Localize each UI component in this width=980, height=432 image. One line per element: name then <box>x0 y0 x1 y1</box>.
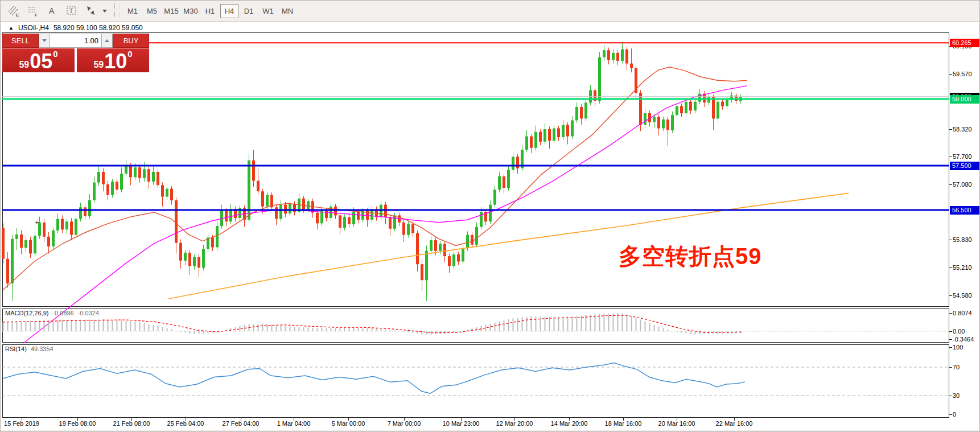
scale-tick <box>949 184 952 185</box>
sell-button[interactable]: SELL <box>2 34 39 48</box>
sell-price-int: 59 <box>19 59 29 71</box>
macd-scale-label: -0.3464 <box>953 336 974 343</box>
sell-price-point: 0 <box>53 50 57 58</box>
scale-tick <box>949 347 952 348</box>
scale-tick <box>949 157 952 157</box>
buy-price-point: 0 <box>127 50 132 58</box>
buy-button[interactable]: BUY <box>113 34 149 48</box>
time-axis-label: 20 Mar 16:00 <box>658 420 695 427</box>
trading-app-window: EFAT M1M5M15M30H1H4D1W1MN ▲ USOil-,H4 58… <box>0 0 980 432</box>
scale-tick <box>949 313 952 314</box>
buy-price-pips: 10 <box>104 52 127 71</box>
scale-tick <box>949 268 952 268</box>
scale-tick <box>949 367 952 368</box>
one-click-trading-panel: SELL 1.00 BUY 59 05 0 59 10 0 <box>2 34 149 72</box>
price-tick-label: 54.580 <box>953 292 972 299</box>
buy-price-tile[interactable]: 59 10 0 <box>77 48 149 72</box>
price-tick-label: 55.210 <box>953 264 972 271</box>
scale-tick <box>949 339 952 340</box>
main-chart-panel[interactable] <box>2 32 949 307</box>
time-axis-label: 14 Mar 20:00 <box>551 420 588 427</box>
chart-annotation-text: 多空转折点59 <box>619 241 762 272</box>
time-axis-label: 21 Feb 08:00 <box>113 420 150 427</box>
price-tick-label: 57.700 <box>953 153 972 160</box>
time-axis-label: 12 Mar 20:00 <box>496 420 533 427</box>
macd-panel[interactable] <box>2 308 949 343</box>
volume-decrease-button[interactable] <box>39 34 50 48</box>
price-tick-label: 57.080 <box>953 181 972 188</box>
sell-price-pips: 05 <box>30 52 52 71</box>
macd-scale-label: 0.00 <box>953 328 965 335</box>
price-badge: 59.000 <box>950 95 979 104</box>
price-tick-label: 55.830 <box>953 236 972 243</box>
scale-tick <box>949 396 952 396</box>
scale-tick <box>949 74 952 75</box>
time-axis-label: 1 Mar 04:00 <box>277 420 311 427</box>
time-axis-label: 19 Feb 08:00 <box>59 420 96 427</box>
time-axis-label: 25 Feb 04:00 <box>167 420 204 427</box>
rsi-indicator-label: RSI(14) 49.3354 <box>5 345 53 352</box>
macd-scale-label: 0.8074 <box>953 310 972 316</box>
price-tick-label: 58.320 <box>953 126 972 133</box>
sell-price-tile[interactable]: 59 05 0 <box>2 48 75 72</box>
price-tick-label: 59.570 <box>953 71 972 77</box>
rsi-value: 49.3354 <box>31 345 53 352</box>
time-axis-label: 7 Mar 00:00 <box>388 420 421 427</box>
time-axis-label: 15 Feb 2019 <box>4 420 39 427</box>
macd-signal-value: -0.0324 <box>78 310 99 316</box>
price-badge: 56.500 <box>950 206 979 215</box>
spinner-down-icon <box>42 39 47 42</box>
macd-indicator-label: MACD(12,26,9) -0.0896 -0.0324 <box>5 310 99 316</box>
time-axis-label: 5 Mar 00:00 <box>332 420 365 427</box>
scale-tick <box>949 414 952 415</box>
rsi-scale-label: 70 <box>953 364 960 371</box>
rsi-scale-label: 0 <box>953 411 956 418</box>
scale-tick <box>949 295 952 296</box>
time-axis-label: 10 Mar 23:00 <box>443 420 480 427</box>
buy-price-int: 59 <box>93 59 104 71</box>
price-badge: 60.265 <box>950 39 979 47</box>
macd-main-value: -0.0896 <box>52 310 73 316</box>
price-badge: 57.500 <box>950 162 979 170</box>
volume-increase-button[interactable] <box>101 34 113 48</box>
rsi-scale-label: 100 <box>953 344 963 351</box>
time-axis-label: 27 Feb 04:00 <box>223 420 260 427</box>
time-axis-label: 22 Mar 16:00 <box>716 420 753 427</box>
scale-tick <box>949 240 952 240</box>
spinner-up-icon <box>105 39 109 42</box>
rsi-scale-label: 30 <box>953 392 960 399</box>
scale-tick <box>949 331 952 332</box>
time-axis-label: 18 Mar 16:00 <box>605 420 642 427</box>
scale-tick <box>949 129 952 130</box>
object-anchor-icon: + <box>35 218 39 227</box>
volume-input[interactable]: 1.00 <box>50 34 101 48</box>
rsi-panel[interactable] <box>2 344 949 418</box>
